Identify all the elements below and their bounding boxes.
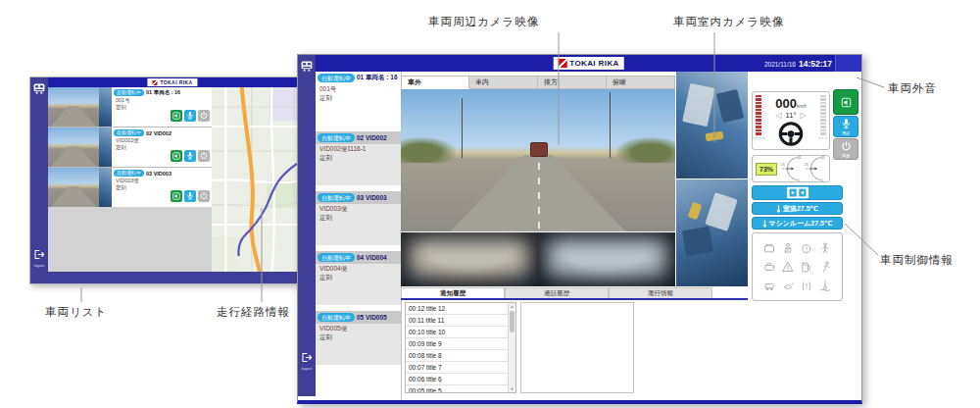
meter-segment	[756, 112, 761, 115]
tire-pressure-icon	[800, 279, 813, 292]
power-button[interactable]	[198, 110, 210, 122]
log-entry[interactable]: 00:11 title 11	[406, 315, 509, 327]
external-sound-button[interactable]	[171, 190, 182, 202]
road-center-line	[538, 163, 540, 231]
vehicle-row[interactable]: 自動運転中02 VID002VID002便定刻	[48, 128, 212, 168]
turn-left-arrow-icon: ◁	[775, 112, 781, 120]
log-tab-2[interactable]: 通話履歴	[505, 287, 609, 298]
list-window-header: TOKAI RIKA	[48, 77, 297, 87]
log-entry[interactable]: 00:10 title 10	[406, 327, 509, 338]
meter-segment	[756, 109, 761, 112]
vehicle-row[interactable]: 自動運転中03 VID003VID003便定刻	[48, 168, 212, 208]
speaker-level-meter: スピーカ	[755, 94, 762, 147]
meter-segment	[820, 98, 826, 101]
vehicle-row[interactable]: 自動運転中01 車両名 : 16001号定刻	[48, 87, 212, 128]
svg-text:25: 25	[805, 163, 808, 167]
log-tab-1[interactable]: 通知履歴	[401, 287, 505, 298]
scroll-down-icon[interactable]: ▼	[509, 385, 515, 392]
svg-text:25: 25	[781, 163, 785, 167]
scrollbar[interactable]: ▲ ▼	[508, 303, 515, 392]
meter-segment	[756, 102, 761, 105]
talk-button[interactable]	[184, 150, 196, 162]
vehicle-schedule-status: 定刻	[316, 273, 401, 281]
vehicle-title: 03 VID003	[146, 171, 172, 177]
talk-button[interactable]	[184, 190, 196, 202]
vehicle-title: 02 VID002	[357, 134, 387, 141]
roadside-trees	[616, 137, 676, 163]
external-sound-button[interactable]	[171, 110, 182, 122]
desktop-canvas: 車両周辺カメラ映像 車両室内カメラ映像 車両外音 車両制御情報 車両リスト 走行…	[0, 0, 980, 408]
external-sound-button[interactable]	[171, 150, 182, 162]
meter-segment	[820, 116, 826, 119]
camera-tab-4[interactable]: 俯瞰	[607, 76, 675, 89]
logout-label: logout	[32, 264, 46, 268]
door-open-close-button[interactable]	[752, 185, 843, 200]
talk-button[interactable]: 通話	[833, 116, 858, 137]
talk-button[interactable]	[184, 110, 196, 122]
machine-room-temperature-button[interactable]: マシンルーム27.5℃	[752, 217, 843, 230]
vehicle-control-panel: スピーカ 000km/h ◁ 11° ▷	[748, 72, 861, 400]
vehicle-service: 001号	[112, 96, 212, 103]
vehicle-list-panel: 自動運転中01 車両名 : 16001号定刻自動運転中02 VID002VID0…	[316, 72, 402, 400]
room-temperature-button[interactable]: 室温27.5℃	[752, 202, 843, 215]
brake-warning-icon	[800, 241, 813, 255]
log-entry[interactable]: 00:12 title 12	[406, 303, 509, 315]
hazard-triangle-icon	[781, 260, 795, 274]
utility-pole	[610, 92, 612, 158]
logout-button[interactable]: logout	[300, 349, 314, 371]
cabin-equipment	[705, 192, 737, 231]
log-entry[interactable]: 00:08 title 8	[406, 350, 509, 362]
telltale-indicator-grid	[752, 232, 843, 301]
annotation-surround-camera: 車両周辺カメラ映像	[428, 15, 539, 29]
svg-text:5: 5	[821, 178, 823, 181]
camera-tab-1[interactable]: 車外	[401, 76, 469, 89]
power-button[interactable]	[198, 150, 210, 162]
tokai-rika-mark-icon	[558, 59, 566, 68]
log-tab-3[interactable]: 運行情報	[609, 287, 712, 298]
log-entry[interactable]: 00:09 title 9	[406, 338, 509, 350]
power-button[interactable]: 電源	[833, 138, 858, 160]
vehicle-schedule-status: 定刻	[316, 93, 401, 102]
power-button[interactable]	[198, 190, 210, 202]
camera-tab-2[interactable]: 車内	[469, 76, 538, 89]
microphone-icon	[840, 118, 853, 130]
logout-button[interactable]: logout	[32, 246, 46, 268]
power-icon	[199, 191, 209, 201]
status-badge: 自動運転中	[318, 253, 355, 262]
meter-segment	[756, 105, 761, 108]
meter-segment	[756, 123, 761, 126]
vehicle-list-item[interactable]: 自動運転中01 車両名 : 16001号定刻	[316, 72, 401, 126]
tokai-rika-logo: TOKAI RIKA	[147, 78, 197, 86]
vehicle-list-item[interactable]: 自動運転中02 VID002VID002便1116-1定刻	[316, 131, 401, 185]
driving-status-card: スピーカ 000km/h ◁ 11° ▷	[752, 91, 830, 150]
notification-detail-pane	[520, 302, 634, 393]
status-badge: 自動運転中	[318, 193, 355, 202]
log-entry[interactable]: 00:07 title 7	[406, 362, 509, 374]
meter-segment	[820, 119, 826, 122]
meter-segment	[756, 126, 761, 128]
vehicle-schedule-status: 定刻	[316, 332, 401, 341]
scrollbar-thumb[interactable]	[510, 311, 514, 332]
log-entry[interactable]: 00:06 title 6	[406, 374, 509, 385]
external-sound-button[interactable]	[833, 89, 858, 115]
door-icon	[780, 186, 815, 199]
battery-icon	[762, 241, 776, 255]
svg-text:45: 45	[798, 156, 802, 160]
status-badge: 自動運転中	[114, 89, 144, 96]
cabin-equipment	[706, 131, 724, 141]
scroll-up-icon[interactable]: ▲	[509, 303, 515, 310]
vehicle-service: 001号	[316, 84, 401, 93]
route-map[interactable]	[212, 87, 297, 272]
fuel-icon	[800, 260, 813, 274]
vehicle-list-item[interactable]: 自動運転中05 VID005VID005便定刻	[316, 311, 401, 365]
cabin-equipment	[682, 83, 715, 128]
camera-tab-3[interactable]: 後方	[538, 76, 607, 89]
log-entry[interactable]: 00:05 title 5	[406, 385, 509, 393]
vehicle-list-item[interactable]: 自動運転中04 VID004VID004便定刻	[316, 251, 401, 305]
road-surface	[48, 106, 99, 127]
vehicle-list-item[interactable]: 自動運転中03 VID003VID003便定刻	[316, 191, 401, 245]
vehicle-title: 02 VID002	[146, 130, 172, 136]
log-tab-bar: 通知履歴通話履歴運行情報	[401, 287, 748, 300]
tokai-rika-mark-icon	[152, 80, 157, 85]
turn-right-arrow-icon: ▷	[800, 112, 806, 120]
